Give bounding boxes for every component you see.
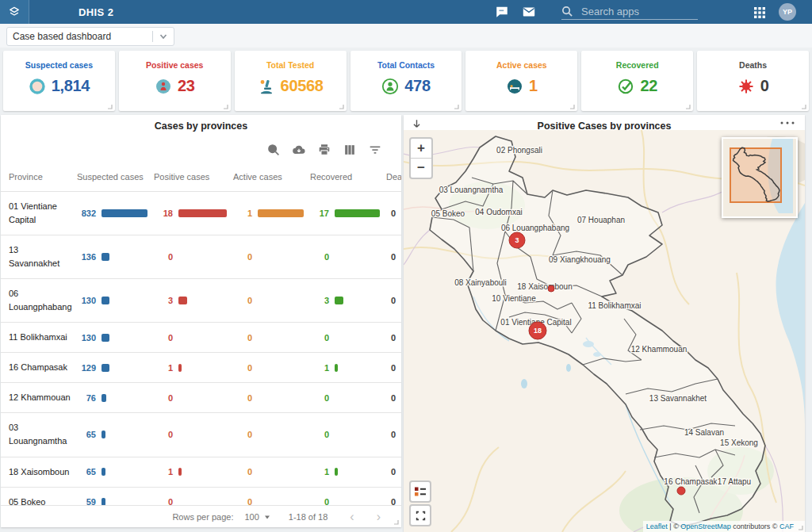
table-row[interactable]: 03 Louangnamtha 65000 0: [1, 413, 401, 457]
divider: [152, 31, 153, 42]
province-cell: 06 Louangphabang: [1, 279, 71, 323]
more-options-icon[interactable]: [779, 120, 795, 126]
dashboard-selector[interactable]: Case based dashboard: [6, 27, 174, 46]
resize-handle-icon[interactable]: [222, 103, 228, 109]
table-row[interactable]: 11 Bolikhamxai 130000 0: [1, 323, 401, 353]
print-icon[interactable]: [317, 143, 331, 157]
stat-card-value: 60568: [281, 77, 324, 95]
recovered-cell: 1: [304, 353, 380, 383]
prev-page-button[interactable]: ‹: [350, 511, 354, 523]
map-marker[interactable]: [548, 285, 554, 292]
resize-handle-icon[interactable]: [684, 103, 691, 109]
chat-icon[interactable]: [495, 5, 509, 19]
stat-card: Suspected cases 1,814: [3, 51, 115, 111]
chevron-down-icon[interactable]: [159, 32, 168, 41]
person-green-icon: [381, 78, 399, 95]
map-area[interactable]: 02 Phongsali03 Louangnamtha05 Bokeo04 Ou…: [404, 130, 805, 532]
marker-value: 3: [515, 236, 519, 244]
apps-grid-icon[interactable]: [753, 6, 766, 18]
download-arrow-icon[interactable]: [411, 118, 423, 130]
next-page-button[interactable]: ›: [377, 511, 381, 523]
column-header[interactable]: Recovered: [304, 160, 380, 192]
recovered-cell: 0: [304, 413, 380, 457]
table-row[interactable]: 16 Champasak 129101 0: [1, 353, 401, 383]
search-icon-gray[interactable]: [266, 143, 281, 157]
cloud-download-icon[interactable]: [292, 143, 306, 157]
column-header[interactable]: Deaths: [380, 160, 401, 192]
stat-cards-row: Suspected cases 1,814 Positive cases 23 …: [3, 51, 809, 111]
deaths-cell: 0: [380, 353, 401, 383]
map-marker[interactable]: 3: [509, 232, 525, 248]
active-cell: 0: [227, 457, 304, 487]
deaths-cell: 0: [380, 413, 401, 457]
stat-card-value: 22: [640, 77, 657, 95]
map-legend-button[interactable]: [409, 480, 431, 503]
bed-icon: [506, 78, 523, 95]
positive-cell: 0: [147, 383, 227, 413]
filter-icon[interactable]: [368, 143, 382, 157]
deaths-cell: 0: [380, 192, 401, 235]
attribution-link[interactable]: Leaflet: [646, 522, 668, 530]
table-toolbar: [1, 132, 401, 160]
map-attribution: Leaflet | © OpenStreetMap contributors ©…: [643, 521, 805, 532]
table-row[interactable]: 12 Khammouan 76000 0: [1, 383, 401, 413]
column-header[interactable]: Province: [1, 160, 71, 192]
positive-cell: 1: [147, 457, 227, 487]
map-marker[interactable]: 18: [529, 322, 546, 339]
attribution-text: contributors ©: [731, 522, 779, 530]
resize-handle-icon[interactable]: [797, 524, 803, 530]
active-cell: 0: [227, 235, 304, 279]
fullscreen-button[interactable]: [409, 504, 431, 526]
map-panel-header: Positive Cases by provinces: [404, 115, 805, 130]
table-wrap: ProvinceSuspected casesPositive casesAct…: [1, 160, 401, 505]
recovered-cell: 3: [304, 279, 380, 323]
table-row[interactable]: 01 Vientiane Capital 83218117 0: [1, 192, 401, 235]
recovered-cell: 0: [304, 383, 380, 413]
stat-card-title: Suspected cases: [3, 60, 115, 70]
active-cell: 0: [227, 413, 304, 457]
column-header[interactable]: Positive cases: [147, 160, 227, 192]
dhis2-logo[interactable]: [0, 0, 29, 24]
map-province-label: 07 Houaphan: [577, 216, 625, 224]
resize-handle-icon[interactable]: [800, 103, 806, 109]
table-row[interactable]: 05 Bokeo 59000 0: [1, 487, 401, 505]
province-cell: 16 Champasak: [1, 353, 71, 383]
deaths-cell: 0: [380, 279, 401, 323]
column-header[interactable]: Active cases: [227, 160, 304, 192]
table-row[interactable]: 13 Savannakhet 136000 0: [1, 235, 401, 279]
province-cell: 13 Savannakhet: [1, 235, 71, 279]
positive-cell: 3: [147, 279, 227, 323]
columns-icon[interactable]: [343, 143, 357, 157]
column-header[interactable]: Suspected cases: [71, 160, 147, 192]
resize-handle-icon[interactable]: [338, 103, 344, 109]
active-cell: 0: [227, 487, 304, 505]
resize-handle-icon[interactable]: [453, 103, 459, 109]
mail-icon[interactable]: [522, 5, 536, 19]
province-cell: 11 Bolikhamxai: [1, 323, 71, 353]
resize-handle-icon[interactable]: [393, 519, 399, 525]
attribution-link[interactable]: CAF: [779, 522, 794, 530]
map-province-label: 08 Xainyabouli: [454, 278, 507, 287]
recovered-cell: 0: [304, 235, 380, 279]
attribution-text: | ©: [668, 522, 680, 530]
attribution-link[interactable]: OpenStreetMap: [680, 522, 731, 530]
table-row[interactable]: 06 Louangphabang 130303 0: [1, 279, 401, 323]
overview-minimap[interactable]: [722, 137, 798, 218]
table-row[interactable]: 18 Xaisomboun 65101 0: [1, 457, 401, 487]
app-search[interactable]: [561, 5, 698, 20]
map-panel: Positive Cases by provinces: [404, 115, 805, 532]
avatar[interactable]: YP: [779, 3, 796, 21]
stat-card-title: Deaths: [697, 60, 809, 70]
positive-cell: 0: [147, 413, 227, 457]
map-marker[interactable]: [677, 487, 685, 495]
suspected-cell: 130: [71, 323, 147, 353]
search-input[interactable]: [580, 5, 694, 18]
resize-handle-icon[interactable]: [569, 103, 575, 109]
minimap-viewport-rect[interactable]: [730, 148, 781, 202]
zoom-in-button[interactable]: +: [411, 139, 431, 158]
zoom-out-button[interactable]: −: [411, 158, 431, 178]
resize-handle-icon[interactable]: [106, 103, 113, 109]
active-cell: 0: [227, 353, 304, 383]
map-province-label: 14 Salavan: [684, 428, 724, 437]
rows-per-page-select[interactable]: 100: [244, 512, 270, 522]
